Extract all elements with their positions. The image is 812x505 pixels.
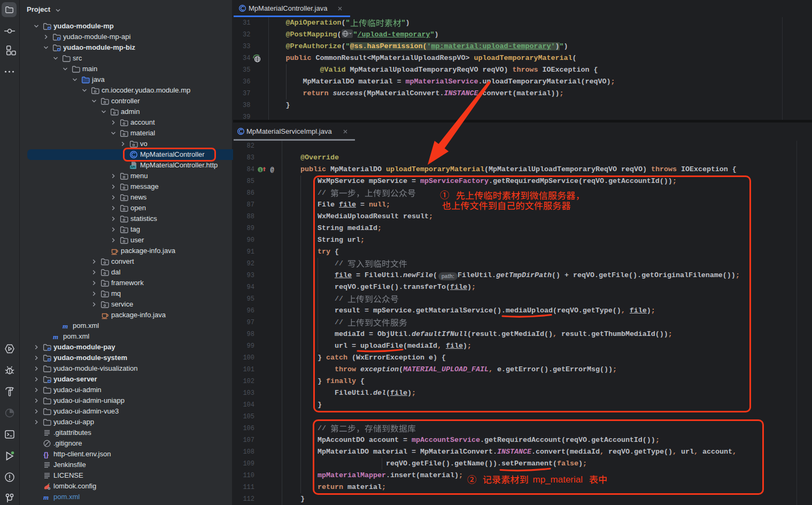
svg-text:API: API	[130, 165, 135, 169]
svg-text:1: 1	[259, 167, 262, 172]
svg-text:m: m	[53, 333, 58, 341]
svg-text:m: m	[43, 493, 49, 501]
svg-text:{}: {}	[44, 451, 49, 458]
svg-text:@: @	[270, 166, 274, 173]
svg-text:m: m	[63, 322, 68, 330]
